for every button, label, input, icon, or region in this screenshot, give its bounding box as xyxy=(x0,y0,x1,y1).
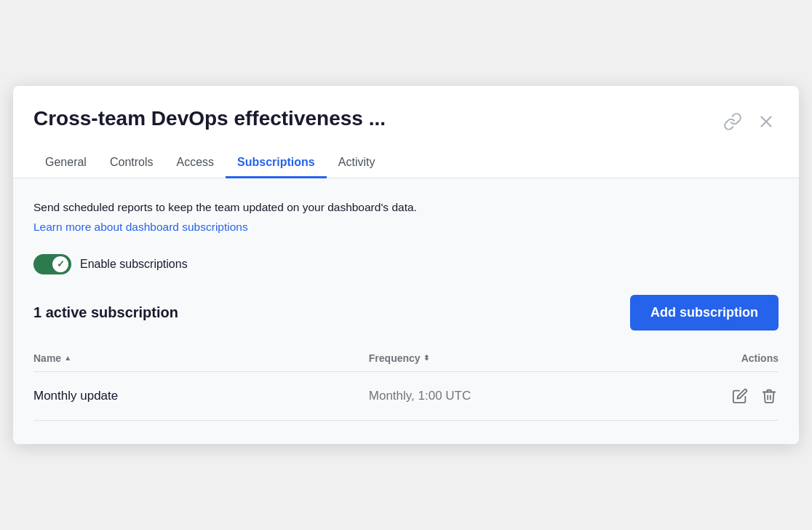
frequency-sort-icon: ⬍ xyxy=(423,354,429,362)
delete-subscription-button[interactable] xyxy=(760,387,779,406)
table-row: Monthly update Monthly, 1:00 UTC xyxy=(33,371,779,420)
col-header-frequency: Frequency ⬍ xyxy=(369,345,667,372)
table-body: Monthly update Monthly, 1:00 UTC xyxy=(33,371,779,420)
subscription-actions xyxy=(666,371,779,420)
toggle-check-icon: ✓ xyxy=(57,259,65,269)
action-icons xyxy=(666,387,779,406)
toggle-row: ✓ Enable subscriptions xyxy=(33,254,779,274)
learn-more-link[interactable]: Learn more about dashboard subscriptions xyxy=(33,221,248,233)
header-actions xyxy=(720,109,779,134)
col-header-name: Name ▲ xyxy=(33,345,369,372)
subscriptions-table: Name ▲ Frequency ⬍ Actions Monthly xyxy=(33,345,779,421)
modal-container: Cross-team DevOps effectiveness ... Gene… xyxy=(13,86,799,443)
edit-icon xyxy=(732,388,748,404)
add-subscription-button[interactable]: Add subscription xyxy=(630,295,779,331)
tabs-container: General Controls Access Subscriptions Ac… xyxy=(13,149,799,178)
link-button[interactable] xyxy=(720,109,745,134)
subscription-name: Monthly update xyxy=(33,371,369,420)
trash-icon xyxy=(761,388,777,404)
subscription-frequency: Monthly, 1:00 UTC xyxy=(369,371,667,420)
close-button[interactable] xyxy=(754,109,779,134)
toggle-track: ✓ xyxy=(33,254,71,274)
toggle-label: Enable subscriptions xyxy=(80,258,188,271)
table-header: Name ▲ Frequency ⬍ Actions xyxy=(33,345,779,372)
close-icon xyxy=(757,112,776,131)
edit-subscription-button[interactable] xyxy=(731,387,749,406)
tab-general[interactable]: General xyxy=(33,149,98,178)
tab-subscriptions[interactable]: Subscriptions xyxy=(226,149,327,178)
tab-activity[interactable]: Activity xyxy=(327,149,387,178)
toggle-thumb: ✓ xyxy=(52,256,68,272)
modal-body: Send scheduled reports to keep the team … xyxy=(13,178,799,443)
modal-header: Cross-team DevOps effectiveness ... xyxy=(13,86,799,134)
col-header-actions: Actions xyxy=(666,345,779,372)
tab-access[interactable]: Access xyxy=(165,149,226,178)
tab-controls[interactable]: Controls xyxy=(98,149,165,178)
subscription-header-row: 1 active subscription Add subscription xyxy=(33,295,779,331)
description-text: Send scheduled reports to keep the team … xyxy=(33,199,779,215)
link-icon xyxy=(723,112,742,131)
active-subscription-count: 1 active subscription xyxy=(33,304,178,321)
modal-title: Cross-team DevOps effectiveness ... xyxy=(33,106,386,131)
name-sort-icon: ▲ xyxy=(64,354,71,362)
enable-subscriptions-toggle[interactable]: ✓ xyxy=(33,254,71,274)
